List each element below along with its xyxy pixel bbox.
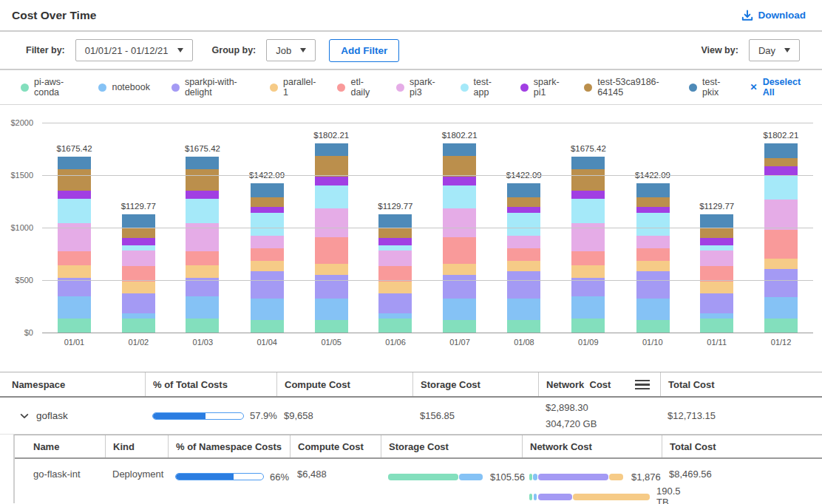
bar-segment[interactable]	[571, 265, 605, 278]
stacked-bar[interactable]	[764, 143, 798, 333]
stacked-bar[interactable]	[251, 183, 284, 333]
bar-segment[interactable]	[315, 320, 348, 333]
col-sub-network[interactable]: Network Cost	[522, 435, 662, 457]
bar-segment[interactable]	[636, 213, 670, 236]
bar-segment[interactable]	[58, 319, 91, 333]
col-total[interactable]: Total Cost	[660, 372, 822, 396]
bar-segment[interactable]	[251, 248, 284, 261]
bar-segment[interactable]	[636, 183, 670, 197]
legend-item[interactable]: etl-daily	[337, 77, 375, 98]
bar-segment[interactable]	[764, 297, 798, 319]
stacked-bar[interactable]	[700, 214, 733, 333]
bar-segment[interactable]	[507, 183, 540, 197]
stacked-bar[interactable]	[186, 157, 219, 333]
legend-item[interactable]: test-app	[461, 77, 499, 98]
bar-segment[interactable]	[636, 207, 670, 213]
bar-segment[interactable]	[571, 157, 605, 168]
bar-segment[interactable]	[700, 251, 733, 265]
bar-segment[interactable]	[378, 293, 412, 313]
bar-segment[interactable]	[507, 213, 540, 236]
bar-segment[interactable]	[443, 264, 476, 275]
bar-segment[interactable]	[443, 185, 476, 209]
bar-segment[interactable]	[443, 320, 476, 333]
bar-segment[interactable]	[764, 143, 798, 158]
bar-segment[interactable]	[251, 213, 284, 236]
bar-segment[interactable]	[378, 245, 412, 251]
bar-segment[interactable]	[636, 261, 670, 272]
group-by-dropdown[interactable]: Job	[266, 39, 316, 61]
bar-segment[interactable]	[571, 251, 605, 265]
bar-segment[interactable]	[251, 299, 284, 320]
bar-segment[interactable]	[700, 266, 733, 282]
bar-segment[interactable]	[507, 236, 540, 248]
stacked-bar[interactable]	[315, 143, 348, 333]
bar-segment[interactable]	[186, 199, 219, 223]
bar-segment[interactable]	[700, 214, 733, 229]
add-filter-button[interactable]: Add Filter	[329, 39, 399, 62]
stacked-bar[interactable]	[443, 143, 476, 333]
bar-segment[interactable]	[315, 177, 348, 185]
bar-segment[interactable]	[507, 197, 540, 206]
bar-segment[interactable]	[378, 266, 412, 282]
col-pct-namespace[interactable]: % of Namespace Costs	[168, 435, 290, 457]
bar-segment[interactable]	[122, 245, 155, 251]
bar-segment[interactable]	[378, 214, 412, 229]
bar-segment[interactable]	[443, 208, 476, 237]
bar-segment[interactable]	[507, 207, 540, 213]
bar-segment[interactable]	[186, 157, 219, 168]
bar-segment[interactable]	[251, 236, 284, 248]
stacked-bar[interactable]	[378, 214, 412, 333]
bar-segment[interactable]	[315, 264, 348, 275]
bar-segment[interactable]	[122, 251, 155, 265]
bar-segment[interactable]	[443, 156, 476, 177]
download-button[interactable]: Download	[741, 10, 806, 21]
bar-segment[interactable]	[507, 320, 540, 333]
namespace-expand-toggle[interactable]: goflask	[0, 398, 145, 434]
bar-segment[interactable]	[58, 169, 91, 191]
bar-segment[interactable]	[571, 278, 605, 296]
bar-segment[interactable]	[700, 282, 733, 293]
bar-segment[interactable]	[378, 319, 412, 333]
bar-segment[interactable]	[186, 265, 219, 278]
bar-segment[interactable]	[315, 208, 348, 237]
bar-segment[interactable]	[636, 248, 670, 261]
bar-segment[interactable]	[764, 166, 798, 175]
bar-segment[interactable]	[700, 293, 733, 313]
bar-segment[interactable]	[507, 299, 540, 320]
bar-segment[interactable]	[186, 319, 219, 333]
legend-item[interactable]: test-53ca9186-64145	[584, 77, 668, 98]
bar-segment[interactable]	[443, 177, 476, 185]
bar-segment[interactable]	[507, 271, 540, 298]
bar-segment[interactable]	[764, 175, 798, 200]
bar-segment[interactable]	[315, 275, 348, 299]
bar-segment[interactable]	[507, 261, 540, 272]
legend-item[interactable]: pi-aws-conda	[21, 77, 77, 98]
bar-segment[interactable]	[764, 319, 798, 333]
bar-segment[interactable]	[378, 251, 412, 265]
bar-segment[interactable]	[122, 238, 155, 245]
col-kind[interactable]: Kind	[105, 435, 168, 457]
bar-segment[interactable]	[700, 319, 733, 333]
bar-segment[interactable]	[122, 282, 155, 293]
bar-segment[interactable]	[571, 296, 605, 319]
date-range-dropdown[interactable]: 01/01/21 - 01/12/21	[75, 39, 193, 61]
bar-segment[interactable]	[251, 207, 284, 213]
bar-segment[interactable]	[58, 278, 91, 296]
col-pct-total[interactable]: % of Total Costs	[145, 372, 276, 396]
bar-segment[interactable]	[443, 237, 476, 264]
bar-segment[interactable]	[764, 269, 798, 297]
legend-item[interactable]: spark-pi1	[520, 77, 563, 98]
bar-segment[interactable]	[378, 228, 412, 238]
bar-segment[interactable]	[443, 299, 476, 320]
bar-segment[interactable]	[186, 296, 219, 319]
bar-segment[interactable]	[315, 237, 348, 264]
bar-segment[interactable]	[186, 169, 219, 191]
bar-segment[interactable]	[58, 199, 91, 223]
bar-segment[interactable]	[636, 320, 670, 333]
bar-segment[interactable]	[58, 265, 91, 278]
bar-segment[interactable]	[122, 293, 155, 313]
col-sub-storage[interactable]: Storage Cost	[381, 435, 522, 457]
bar-segment[interactable]	[571, 191, 605, 198]
bar-segment[interactable]	[764, 158, 798, 166]
bar-segment[interactable]	[315, 143, 348, 156]
